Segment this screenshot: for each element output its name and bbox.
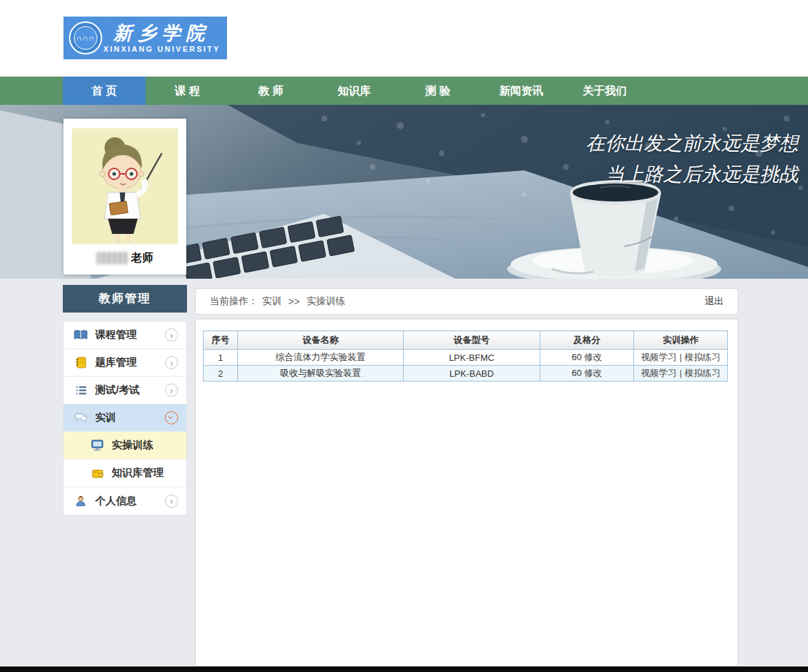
sidebar-menu: 课程管理 题库管理 测试/考试 实训 — [63, 322, 187, 515]
content-panel: 序号 设备名称 设备型号 及格分 实训操作 1 综合流体力学实验装置 LPK-B… — [195, 319, 738, 666]
sidebar-item-tests[interactable]: 测试/考试 — [63, 377, 186, 404]
nav-item-about[interactable]: 关于我们 — [563, 77, 647, 105]
breadcrumb-prefix: 当前操作： — [210, 295, 258, 308]
university-seal-icon: ∩∩∩ — [69, 21, 102, 55]
blurred-name — [97, 252, 128, 264]
teacher-name-row: 老师 — [72, 244, 178, 272]
slogan-line-1: 在你出发之前永远是梦想 — [586, 128, 798, 159]
notebook-icon — [73, 357, 88, 368]
breadcrumb-separator: >> — [288, 296, 299, 307]
teacher-avatar — [72, 128, 178, 244]
header-device-name: 设备名称 — [238, 331, 404, 350]
banner-slogan: 在你出发之前永远是梦想 当上路之后永远是挑战 — [586, 128, 798, 190]
monitor-icon — [90, 439, 105, 451]
footer-bar — [0, 666, 808, 672]
sidebar-item-practical-training[interactable]: 实操训练 — [63, 432, 186, 459]
nav-item-news[interactable]: 新闻资讯 — [480, 77, 563, 105]
cell-pass-score: 60 修改 — [540, 366, 634, 382]
table-header-row: 序号 设备名称 设备型号 及格分 实训操作 — [204, 331, 728, 350]
slogan-line-2: 当上路之后永远是挑战 — [586, 159, 798, 190]
university-logo[interactable]: ∩∩∩ 新乡学院 XINXIANG UNIVERSITY — [63, 17, 227, 59]
breadcrumb-section[interactable]: 实训 — [262, 295, 282, 308]
video-study-link[interactable]: 视频学习 — [641, 368, 677, 378]
header-actions: 实训操作 — [634, 331, 728, 350]
breadcrumb: 当前操作： 实训 >> 实操训练 退出 — [195, 288, 738, 315]
cell-device-name: 吸收与解吸实验装置 — [238, 366, 404, 382]
sidebar-item-label: 题库管理 — [95, 356, 137, 369]
main-area: 教师管理 课程管理 题库管理 测试/考试 实训 — [0, 279, 808, 666]
chevron-right-icon — [165, 356, 178, 369]
sidebar-item-question-bank[interactable]: 题库管理 — [63, 349, 186, 377]
logo-name-en: XINXIANG UNIVERSITY — [102, 45, 221, 53]
teacher-profile-card: 老师 — [63, 119, 186, 275]
cell-actions: 视频学习|模拟练习 — [634, 350, 728, 366]
nav-item-knowledge[interactable]: 知识库 — [313, 77, 396, 105]
chevron-right-icon — [165, 384, 178, 397]
list-icon — [73, 385, 88, 395]
header-pass-score: 及格分 — [540, 331, 634, 350]
cell-index: 1 — [204, 350, 238, 366]
seal-glyph: ∩∩∩ — [77, 34, 95, 42]
wallet-icon — [90, 468, 105, 478]
logo-name-zh: 新乡学院 — [102, 23, 221, 43]
sidebar-item-label: 个人信息 — [95, 495, 137, 508]
nav-item-home[interactable]: 首 页 — [63, 77, 146, 105]
cell-model: LPK-BFMC — [404, 350, 540, 366]
sidebar-title: 教师管理 — [63, 285, 187, 313]
teacher-title: 老师 — [131, 251, 153, 266]
nav-item-teachers[interactable]: 教 师 — [229, 77, 313, 105]
video-study-link[interactable]: 视频学习 — [641, 352, 677, 362]
sidebar-item-label: 知识库管理 — [112, 466, 164, 480]
site-header: ∩∩∩ 新乡学院 XINXIANG UNIVERSITY — [0, 0, 808, 77]
edit-link[interactable]: 修改 — [584, 368, 602, 378]
cell-pass-score: 60 修改 — [540, 350, 634, 366]
cell-device-name: 综合流体力学实验装置 — [238, 350, 404, 366]
cell-actions: 视频学习|模拟练习 — [634, 366, 728, 382]
logout-button[interactable]: 退出 — [704, 295, 724, 308]
nav-item-tests[interactable]: 测 验 — [396, 77, 480, 105]
sidebar-item-label: 测试/考试 — [95, 384, 139, 397]
breadcrumb-page: 实操训练 — [306, 295, 345, 308]
sim-practice-link[interactable]: 模拟练习 — [684, 352, 720, 362]
hero-banner: 在你出发之前永远是梦想 当上路之后永远是挑战 — [0, 105, 808, 279]
sidebar-item-label: 课程管理 — [95, 328, 137, 342]
sidebar-item-label: 实操训练 — [112, 439, 153, 452]
book-icon — [73, 330, 88, 341]
sidebar-item-label: 实训 — [95, 411, 116, 424]
main-nav: 首 页 课 程 教 师 知识库 测 验 新闻资讯 关于我们 — [0, 77, 808, 105]
sim-practice-link[interactable]: 模拟练习 — [684, 368, 720, 378]
actions-separator: | — [680, 352, 682, 362]
logo-text: 新乡学院 XINXIANG UNIVERSITY — [102, 23, 221, 53]
table-row: 2 吸收与解吸实验装置 LPK-BABD 60 修改 视频学习|模拟练习 — [204, 366, 728, 382]
header-index: 序号 — [204, 331, 238, 350]
edit-link[interactable]: 修改 — [584, 352, 602, 362]
cell-model: LPK-BABD — [404, 366, 540, 382]
sidebar-item-knowledge-mgmt[interactable]: 知识库管理 — [63, 459, 186, 487]
pass-score-value: 60 — [571, 352, 581, 362]
device-table: 序号 设备名称 设备型号 及格分 实训操作 1 综合流体力学实验装置 LPK-B… — [203, 330, 728, 382]
nav-item-courses[interactable]: 课 程 — [146, 77, 229, 105]
pass-score-value: 60 — [571, 368, 581, 378]
sidebar-item-personal-info[interactable]: 个人信息 — [63, 487, 186, 515]
chevron-right-icon — [165, 328, 178, 342]
cell-index: 2 — [204, 366, 238, 382]
header-model: 设备型号 — [404, 331, 540, 350]
person-icon — [73, 495, 88, 506]
sidebar-item-training[interactable]: 实训 — [63, 404, 186, 432]
sidebar-item-course-mgmt[interactable]: 课程管理 — [63, 322, 186, 349]
chat-icon — [73, 413, 88, 424]
actions-separator: | — [680, 368, 682, 378]
chevron-down-icon — [165, 411, 178, 424]
table-row: 1 综合流体力学实验装置 LPK-BFMC 60 修改 视频学习|模拟练习 — [204, 350, 728, 366]
chevron-right-icon — [165, 495, 178, 508]
teacher-cartoon-icon — [72, 128, 178, 244]
